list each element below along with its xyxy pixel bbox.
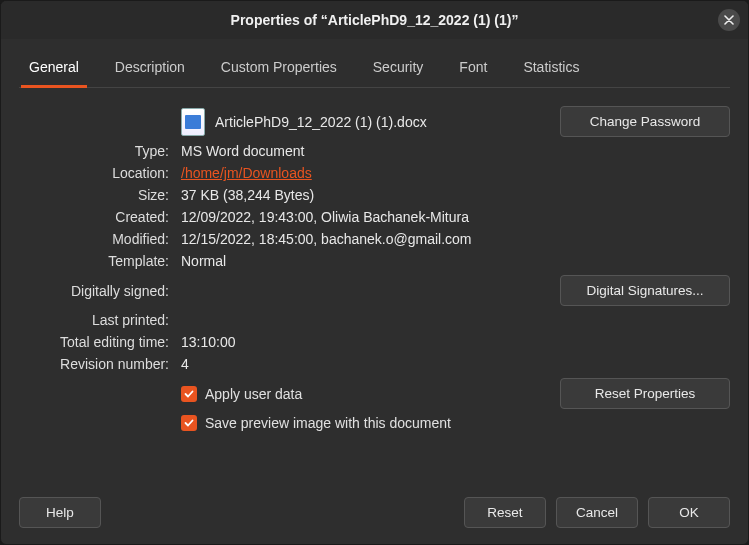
location-label: Location: [19,165,169,181]
help-button[interactable]: Help [19,497,101,528]
location-link[interactable]: /home/jm/Downloads [181,165,312,181]
tab-general[interactable]: General [25,49,83,87]
tab-security[interactable]: Security [369,49,428,87]
apply-user-data-checkbox[interactable] [181,386,197,402]
save-preview-checkbox[interactable] [181,415,197,431]
reset-properties-button[interactable]: Reset Properties [560,378,730,409]
last-printed-label: Last printed: [19,312,169,328]
total-editing-time-label: Total editing time: [19,334,169,350]
size-value: 37 KB (38,244 Bytes) [181,187,548,203]
tab-description[interactable]: Description [111,49,189,87]
tab-custom-properties[interactable]: Custom Properties [217,49,341,87]
ok-button[interactable]: OK [648,497,730,528]
tab-statistics[interactable]: Statistics [519,49,583,87]
document-icon [181,108,205,136]
close-button[interactable] [718,9,740,31]
type-value: MS Word document [181,143,548,159]
properties-dialog: Properties of “ArticlePhD9_12_2022 (1) (… [0,0,749,545]
digitally-signed-label: Digitally signed: [19,283,169,299]
type-label: Type: [19,143,169,159]
change-password-button[interactable]: Change Password [560,106,730,137]
dialog-title: Properties of “ArticlePhD9_12_2022 (1) (… [231,12,519,28]
total-editing-time-value: 13:10:00 [181,334,548,350]
tab-font[interactable]: Font [455,49,491,87]
modified-value: 12/15/2022, 18:45:00, bachanek.o@gmail.c… [181,231,548,247]
template-value: Normal [181,253,548,269]
close-icon [724,15,734,25]
modified-label: Modified: [19,231,169,247]
tab-bar: General Description Custom Properties Se… [19,49,730,88]
cancel-button[interactable]: Cancel [556,497,638,528]
revision-number-label: Revision number: [19,356,169,372]
revision-number-value: 4 [181,356,548,372]
apply-user-data-label: Apply user data [205,386,302,402]
dialog-footer: Help Reset Cancel OK [1,483,748,544]
titlebar: Properties of “ArticlePhD9_12_2022 (1) (… [1,1,748,39]
created-value: 12/09/2022, 19:43:00, Oliwia Bachanek-Mi… [181,209,548,225]
digital-signatures-button[interactable]: Digital Signatures... [560,275,730,306]
size-label: Size: [19,187,169,203]
check-icon [184,418,194,428]
reset-button[interactable]: Reset [464,497,546,528]
file-name: ArticlePhD9_12_2022 (1) (1).docx [215,114,427,130]
created-label: Created: [19,209,169,225]
save-preview-label: Save preview image with this document [205,415,451,431]
check-icon [184,389,194,399]
template-label: Template: [19,253,169,269]
